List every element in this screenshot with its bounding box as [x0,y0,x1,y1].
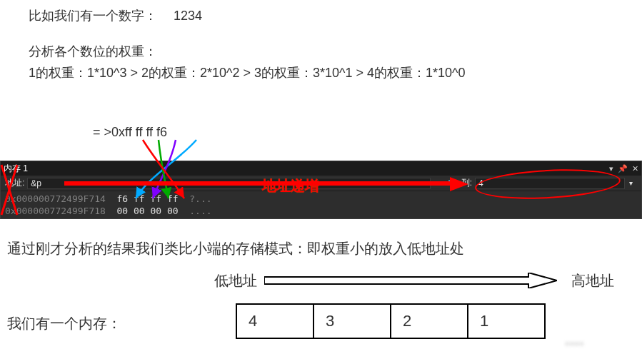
memory-box: 3 [313,303,391,339]
memory-row-hex: f6 ff ff ff [117,193,179,204]
hex-value-label: = >0xff ff ff f6 [93,125,167,140]
intro-line-1-prefix: 比如我们有一个数字： [29,9,157,23]
we-have-memory-label: 我们有一个内存： [7,314,121,333]
memory-row-hex: 00 00 00 00 [117,206,179,216]
memory-boxes: 4 3 2 1 [236,303,546,339]
intro-line-3: 1的权重：1*10^3 > 2的权重：2*10^2 > 3的权重：3*10^1 … [29,64,466,82]
address-direction-arrow [264,273,557,288]
address-input[interactable] [27,178,430,189]
memory-box-value: 2 [403,312,411,330]
columns-dropdown-icon[interactable]: ▾ [625,179,637,187]
address-dropdown-icon[interactable]: ▾ [431,179,443,187]
memory-row: 0x000000772499F718 00 00 00 00 .... [5,205,637,217]
svg-marker-2 [264,273,557,288]
low-address-label: 低地址 [214,271,257,290]
memory-box-value: 3 [326,312,334,330]
memory-row-addr: 0x000000772499F718 [5,206,106,216]
memory-body: 0x000000772499F714 f6 ff ff ff ?... 0x00… [1,191,641,218]
memory-title: 内存 1 [4,163,28,175]
memory-title-bar: 内存 1 ▾ 📌 ✕ [1,161,641,176]
pin-icon[interactable]: 📌 [618,165,628,173]
memory-box: 4 [236,303,314,339]
intro-line-2: 分析各个数位的权重： [29,43,157,61]
address-label: 地址: [5,177,24,189]
intro-line-1: 比如我们有一个数字： 1234 [29,7,202,25]
memory-row-addr: 0x000000772499F714 [5,193,106,204]
memory-panel: 内存 1 ▾ 📌 ✕ 地址: ▾ ↻ 列: ▾ 0x000000772499F7… [0,161,642,219]
memory-row-ascii: .... [189,206,211,216]
memory-box: 1 [467,303,546,339]
intro-line-1-number: 1234 [174,9,202,23]
memory-box-value: 1 [480,312,488,330]
memory-box: 2 [390,303,468,339]
columns-input[interactable] [475,178,625,189]
memory-address-bar: 地址: ▾ ↻ 列: ▾ [1,176,641,191]
high-address-label: 高地址 [571,271,614,290]
dropdown-caret-icon[interactable]: ▾ [609,165,613,173]
memory-row-ascii: ?... [189,193,211,204]
conclusion-text: 通过刚才分析的结果我们类比小端的存储模式：即权重小的放入低地址处 [7,239,464,258]
refresh-icon[interactable]: ↻ [446,177,458,190]
memory-row: 0x000000772499F714 f6 ff ff ff ?... [5,193,637,205]
columns-label: 列: [461,177,472,189]
close-icon[interactable]: ✕ [632,165,638,173]
memory-box-value: 4 [249,312,257,330]
watermark: ■■■■ [565,339,636,357]
